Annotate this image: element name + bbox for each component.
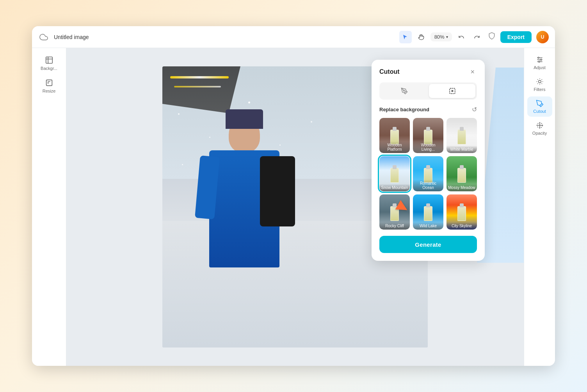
tab-brush[interactable] [381, 84, 427, 98]
left-sidebar: Backgr... Resize [32, 48, 66, 366]
bg-mossy-meadow-label: Mossy Meadow [446, 184, 477, 191]
cutout-panel: Cutout × [372, 60, 485, 261]
bg-romantic-ocean[interactable]: Romantic Ocean [413, 156, 443, 191]
sidebar-item-filters-label: Filters [534, 87, 546, 92]
zoom-value: 80% [434, 34, 445, 40]
person-hat [226, 109, 263, 129]
bg-wooden-living-label: Wooden Living... [413, 141, 443, 153]
select-tool[interactable] [399, 31, 412, 43]
right-sidebar: Adjust Filters Cutout Opacity [524, 48, 555, 366]
light-strip-1 [170, 76, 229, 78]
replace-background-label: Replace background [379, 107, 429, 112]
sidebar-item-filters[interactable]: Filters [527, 75, 552, 95]
snow-dot-5 [311, 121, 312, 123]
zoom-control[interactable]: 80% ▾ [430, 32, 452, 41]
bg-wooden-platform[interactable]: Wooden Platform [379, 118, 410, 153]
avatar[interactable]: U [536, 31, 549, 43]
svg-rect-0 [46, 57, 52, 64]
generate-button[interactable]: Generate [379, 236, 477, 253]
bg-white-marble[interactable]: White Marble [446, 118, 477, 153]
bg-wild-lake[interactable]: Wild Lake [413, 194, 443, 230]
bg-rocky-cliff-label: Rocky Cliff [379, 222, 410, 230]
bottle-icon [457, 130, 466, 144]
bg-city-skyline-label: City Skyline [446, 222, 477, 230]
refresh-button[interactable]: ↺ [472, 106, 477, 113]
replace-background-header: Replace background ↺ [379, 106, 477, 113]
undo-button[interactable] [455, 31, 468, 43]
snow-dot-3 [248, 102, 250, 103]
redo-button[interactable] [471, 31, 483, 43]
sidebar-item-resize-label: Resize [43, 89, 56, 93]
person-backpack [260, 156, 295, 226]
sidebar-item-resize[interactable]: Resize [35, 75, 63, 96]
close-button[interactable]: × [468, 68, 477, 76]
sidebar-item-background[interactable]: Backgr... [35, 53, 63, 74]
bg-snow-mountain[interactable]: Snow Mountain [379, 156, 410, 191]
cutout-tabs [379, 82, 477, 100]
snow-dot-4 [279, 144, 281, 146]
sidebar-item-adjust[interactable]: Adjust [527, 53, 552, 73]
bg-white-marble-label: White Marble [446, 146, 477, 153]
bg-snow-mountain-label: Snow Mountain [379, 184, 410, 191]
main-area: Backgr... Resize [32, 48, 555, 366]
sidebar-item-opacity[interactable]: Opacity [527, 118, 552, 139]
sidebar-item-cutout[interactable]: Cutout [527, 96, 552, 117]
panel-header: Cutout × [379, 68, 477, 76]
shield-icon [488, 32, 496, 42]
chevron-down-icon: ▾ [446, 35, 448, 39]
svg-point-2 [403, 90, 404, 91]
bg-wooden-platform-label: Wooden Platform [379, 141, 410, 153]
sidebar-item-opacity-label: Opacity [532, 131, 547, 135]
bg-wild-lake-label: Wild Lake [413, 222, 443, 230]
person-figure [194, 94, 303, 347]
bottle-icon [457, 206, 466, 221]
cloud-icon [38, 32, 49, 43]
svg-point-10 [538, 80, 541, 83]
sidebar-item-adjust-label: Adjust [534, 65, 546, 70]
bg-mossy-meadow[interactable]: Mossy Meadow [446, 156, 477, 191]
bottle-icon [457, 168, 466, 183]
snow-dot-1 [178, 113, 180, 115]
export-button[interactable]: Export [500, 31, 532, 43]
bottle-icon [390, 206, 399, 221]
background-grid: Wooden Platform Wooden Living... White M… [379, 118, 477, 230]
bottle-icon [390, 168, 399, 183]
snow-dot-6 [182, 164, 183, 165]
hand-tool[interactable] [415, 31, 427, 43]
bg-romantic-ocean-label: Romantic Ocean [413, 180, 443, 191]
svg-point-8 [540, 59, 541, 60]
canvas-area: ▶ Cutout × [66, 48, 524, 366]
bg-city-skyline[interactable]: City Skyline [446, 194, 477, 230]
snow-dot-2 [209, 137, 210, 138]
svg-point-7 [538, 57, 539, 58]
sidebar-item-cutout-label: Cutout [533, 109, 546, 114]
document-title: Untitled image [54, 34, 395, 40]
svg-point-9 [538, 61, 539, 62]
sidebar-item-background-label: Backgr... [41, 66, 57, 71]
header: Untitled image 80% ▾ Export [32, 26, 555, 48]
bg-wooden-living[interactable]: Wooden Living... [413, 118, 443, 153]
bottle-icon [424, 206, 432, 221]
bg-rocky-cliff[interactable]: Rocky Cliff [379, 194, 410, 230]
svg-rect-1 [46, 80, 52, 86]
panel-title: Cutout [379, 68, 400, 75]
app-window: Untitled image 80% ▾ Export [32, 26, 555, 366]
light-strip-2 [174, 86, 221, 87]
tab-cutout[interactable] [429, 84, 475, 98]
header-right: Export U [488, 31, 549, 43]
header-tools: 80% ▾ [399, 31, 483, 43]
